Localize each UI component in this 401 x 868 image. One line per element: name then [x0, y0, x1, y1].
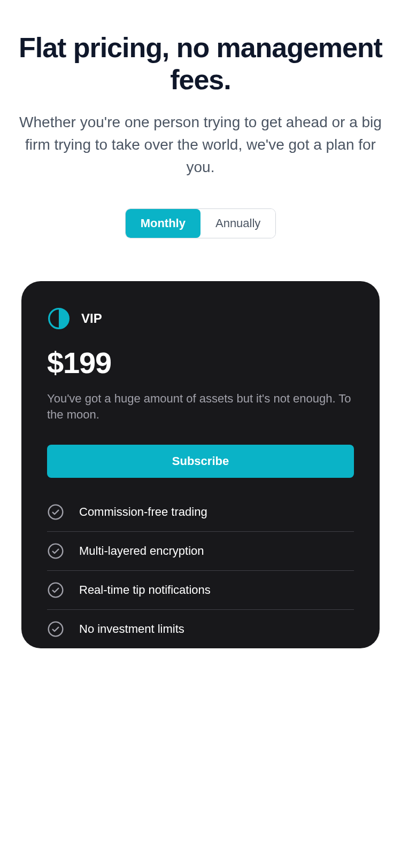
pricing-card: VIP $199 You've got a huge amount of ass… [21, 281, 380, 649]
svg-point-3 [49, 583, 63, 598]
svg-point-4 [49, 622, 63, 637]
feature-text: No investment limits [79, 622, 184, 636]
billing-toggle-wrapper: Monthly Annually [125, 208, 276, 238]
subscribe-button[interactable]: Subscribe [47, 445, 354, 478]
list-item: Commission-free trading [47, 503, 354, 531]
plan-name: VIP [81, 311, 102, 326]
feature-text: Commission-free trading [79, 505, 207, 519]
annually-toggle[interactable]: Annually [200, 209, 275, 238]
check-circle-icon [47, 621, 64, 638]
list-item: Real-time tip notifications [47, 570, 354, 609]
plan-description: You've got a huge amount of assets but i… [47, 391, 354, 424]
check-circle-icon [47, 542, 64, 560]
billing-toggle-group: Monthly Annually [17, 208, 384, 238]
feature-text: Multi-layered encryption [79, 544, 204, 558]
feature-text: Real-time tip notifications [79, 583, 211, 597]
svg-point-2 [49, 544, 63, 559]
plan-header: VIP [47, 307, 354, 330]
check-circle-icon [47, 582, 64, 599]
list-item: Multi-layered encryption [47, 531, 354, 570]
plan-price: $199 [47, 345, 354, 380]
check-circle-icon [47, 503, 64, 521]
feature-list: Commission-free trading Multi-layered en… [47, 503, 354, 648]
list-item: No investment limits [47, 609, 354, 648]
page-title: Flat pricing, no management fees. [17, 32, 384, 96]
monthly-toggle[interactable]: Monthly [126, 209, 200, 238]
page-subtitle: Whether you're one person trying to get … [19, 111, 382, 179]
half-circle-icon [47, 307, 71, 330]
svg-point-1 [49, 505, 63, 520]
